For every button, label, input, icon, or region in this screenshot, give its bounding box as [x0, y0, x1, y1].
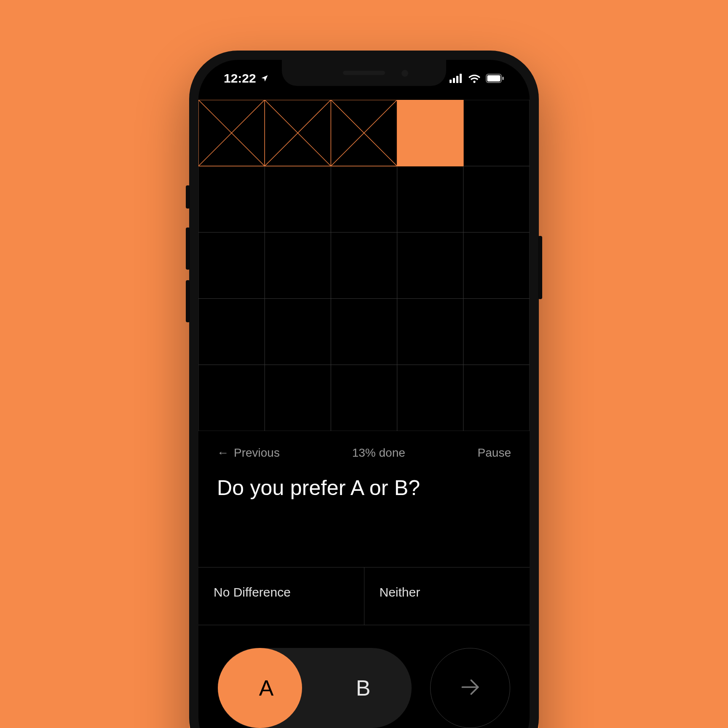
volume-up-button	[186, 228, 190, 270]
volume-down-button	[186, 280, 190, 322]
progress-grid	[198, 100, 530, 431]
svg-rect-3	[460, 74, 462, 83]
neither-label: Neither	[380, 585, 420, 599]
previous-button[interactable]: ← Previous	[217, 446, 280, 460]
location-arrow-icon	[260, 71, 269, 86]
phone-frame: 12:22	[189, 51, 539, 728]
pause-button[interactable]: Pause	[478, 446, 511, 460]
progress-cell-current	[397, 100, 463, 166]
svg-rect-5	[487, 75, 500, 82]
neither-button[interactable]: Neither	[364, 567, 530, 625]
previous-label: Previous	[234, 446, 280, 460]
mute-switch	[186, 185, 190, 209]
cellular-icon	[450, 74, 463, 83]
svg-rect-0	[450, 80, 452, 83]
option-a-button[interactable]: A	[218, 648, 315, 728]
option-a-label: A	[259, 675, 274, 701]
svg-rect-2	[456, 76, 458, 83]
wifi-icon	[468, 74, 481, 83]
svg-rect-6	[502, 77, 504, 80]
question-text: Do you prefer A or B?	[198, 460, 530, 500]
power-button	[538, 236, 542, 299]
notch	[282, 60, 446, 86]
battery-icon	[486, 74, 504, 83]
option-b-button[interactable]: B	[315, 648, 412, 728]
ab-toggle[interactable]: A B	[218, 648, 412, 728]
svg-rect-1	[453, 78, 455, 83]
status-time: 12:22	[224, 71, 256, 86]
arrow-right-icon	[458, 675, 482, 701]
no-difference-label: No Difference	[214, 585, 291, 599]
next-button[interactable]	[430, 648, 510, 728]
option-b-label: B	[356, 675, 371, 701]
progress-label: 13% done	[352, 446, 405, 459]
no-difference-button[interactable]: No Difference	[198, 567, 364, 625]
arrow-left-icon: ←	[217, 446, 229, 460]
pause-label: Pause	[478, 446, 511, 459]
